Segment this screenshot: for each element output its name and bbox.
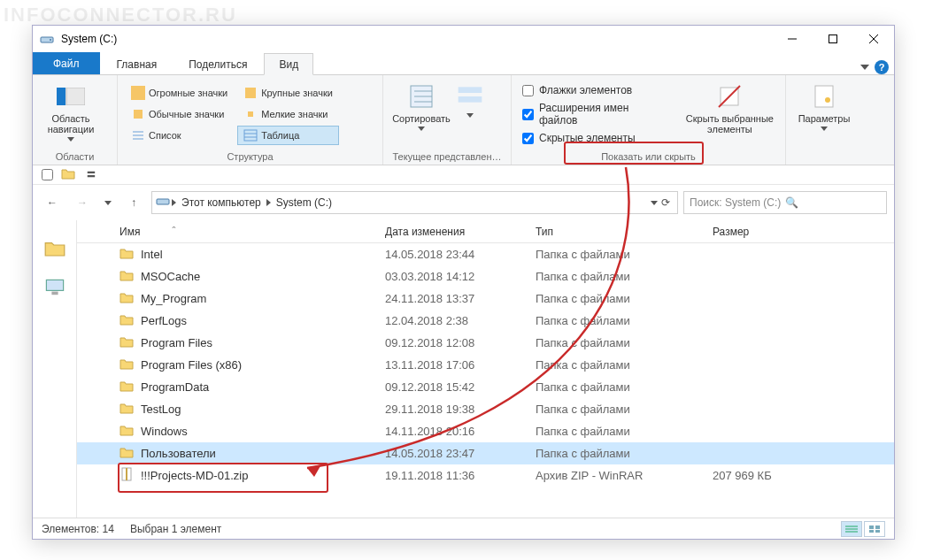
sort-by-label: Сортировать [392,113,451,124]
file-modified: 19.11.2018 11:36 [385,469,536,482]
explorer-window: System (C:) Файл Главная Поделиться Вид … [32,25,895,540]
zip-icon [119,467,134,484]
chevron-down-icon [821,127,828,131]
back-button[interactable]: ← [40,190,65,215]
chevron-down-icon [466,113,474,118]
svg-rect-15 [244,130,257,141]
file-row[interactable]: MSOCache03.03.2018 14:12Папка с файлами [77,265,894,288]
large-icons-view-button[interactable] [864,521,885,537]
file-modified: 09.12.2018 12:08 [385,336,536,349]
file-name: ProgramData [141,380,209,394]
column-size[interactable]: Размер [713,226,819,238]
svg-rect-26 [815,86,833,107]
column-modified[interactable]: Дата изменения [385,226,536,238]
help-icon[interactable]: ? [875,60,889,74]
sort-by-button[interactable]: Сортировать [390,79,452,134]
file-row[interactable]: My_Program24.11.2018 13:37Папка с файлам… [77,288,894,310]
this-pc-icon[interactable] [44,277,66,298]
hidden-items-checkbox[interactable] [522,133,534,144]
folder-icon [119,445,134,462]
file-row[interactable]: Windows14.11.2018 20:16Папка с файлами [77,420,894,442]
svg-point-27 [825,97,830,103]
up-button[interactable]: ↑ [121,190,146,215]
file-row[interactable]: Пользователи14.05.2018 23:47Папка с файл… [77,442,894,464]
file-row[interactable]: Program Files09.12.2018 12:08Папка с фай… [77,332,894,354]
minimize-button[interactable] [772,26,813,52]
item-checkboxes-checkbox[interactable] [522,85,534,96]
file-modified: 03.03.2018 14:12 [385,270,536,283]
nav-tree-collapsed[interactable] [33,220,77,518]
navigation-pane-button[interactable]: Область навигации [40,79,102,145]
breadcrumb-this-pc[interactable]: Этот компьютер [178,196,265,209]
file-name: !!!Projects-MD-01.zip [141,469,248,482]
forward-button[interactable]: → [70,190,95,215]
folder-icon[interactable] [44,238,66,259]
tab-file[interactable]: Файл [33,52,100,74]
item-checkboxes-option[interactable]: Флажки элементов [519,82,673,98]
file-name: Пользователи [141,447,216,460]
file-row[interactable]: Intel14.05.2018 23:44Папка с файлами [77,243,894,265]
history-dropdown[interactable] [100,190,116,215]
svg-rect-36 [869,525,874,529]
column-name[interactable]: Имяˆ [119,226,385,238]
column-headers: Имяˆ Дата изменения Тип Размер [77,220,894,243]
tab-view[interactable]: Вид [264,53,313,75]
layout-details[interactable]: Таблица [237,126,339,145]
svg-rect-8 [131,86,145,100]
file-row[interactable]: TestLog29.11.2018 19:38Папка с файлами [77,398,894,420]
ribbon: Область навигации Области Огромные значк… [33,75,894,165]
file-row[interactable]: ProgramData09.12.2018 15:42Папка с файла… [77,376,894,398]
svg-rect-39 [875,530,880,533]
options-button[interactable]: Параметры [793,79,855,134]
layout-list[interactable]: Список [125,126,234,145]
svg-rect-7 [66,88,85,105]
file-extensions-checkbox[interactable] [522,109,534,120]
tab-home[interactable]: Главная [102,53,173,74]
group-by-button[interactable] [452,79,488,121]
column-type[interactable]: Тип [536,226,713,238]
drive-icon [156,196,170,210]
qat-checkbox[interactable] [42,169,53,180]
file-row[interactable]: PerfLogs12.04.2018 2:38Папка с файлами [77,310,894,332]
file-type: Папка с файлами [536,336,713,349]
hide-selected-label: Скрыть выбранные элементы [683,113,776,134]
chevron-right-icon[interactable] [266,199,271,206]
layout-medium-icons[interactable]: Обычные значки [125,104,234,124]
file-type: Папка с файлами [536,358,713,372]
maximize-button[interactable] [813,26,853,52]
folder-icon [119,246,134,263]
svg-rect-11 [248,111,253,117]
hide-selected-button[interactable]: Скрыть выбранные элементы [682,79,778,138]
file-row[interactable]: Program Files (x86)13.11.2018 17:06Папка… [77,354,894,376]
collapse-ribbon-icon[interactable] [860,65,869,70]
svg-rect-38 [869,530,874,533]
svg-rect-32 [126,468,127,480]
close-button[interactable] [853,26,894,52]
hidden-items-option[interactable]: Скрытые элементы [519,130,673,146]
breadcrumb[interactable]: Этот компьютер System (C:) ⟳ [151,191,678,214]
window-title: System (C:) [61,33,117,45]
file-type: Папка с файлами [536,314,713,327]
file-row[interactable]: !!!Projects-MD-01.zip19.11.2018 11:36Арх… [77,464,894,487]
layout-large-icons[interactable]: Крупные значки [237,83,339,103]
qat-overflow-icon[interactable]: 〓 [86,167,96,182]
file-extensions-option[interactable]: Расширения имен файлов [519,100,673,128]
svg-rect-6 [57,88,66,105]
drive-icon [40,32,54,46]
breadcrumb-history-icon[interactable] [651,201,658,205]
layout-extra-large-icons[interactable]: Огромные значки [125,83,234,103]
tab-share[interactable]: Поделиться [173,53,262,74]
svg-rect-10 [134,110,143,119]
chevron-right-icon[interactable] [172,199,176,206]
breadcrumb-drive[interactable]: System (C:) [273,196,335,209]
file-type: Папка с файлами [536,425,713,438]
svg-point-1 [50,39,51,41]
details-view-button[interactable] [841,521,862,537]
folder-icon [119,290,134,307]
refresh-icon[interactable]: ⟳ [661,196,670,209]
address-bar-area: ← → ↑ Этот компьютер System (C:) ⟳ Поиск… [33,185,894,220]
search-input[interactable]: Поиск: System (C:) 🔍 [683,191,887,214]
chevron-down-icon [418,127,425,131]
layout-small-icons[interactable]: Мелкие значки [237,104,339,124]
file-type: Папка с файлами [536,292,713,305]
